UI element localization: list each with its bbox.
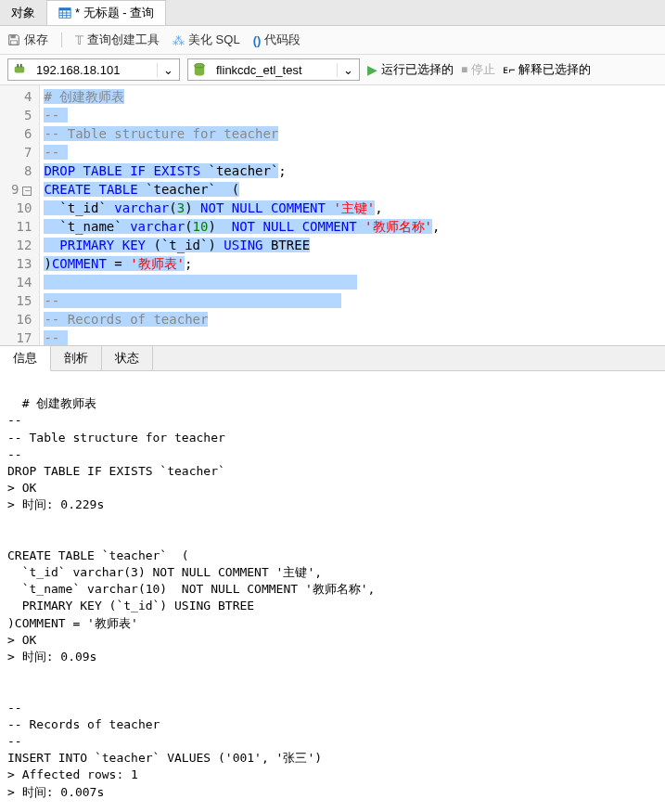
output-tabs: 信息 剖析 状态 [0, 345, 665, 371]
explain-icon: ᴇ⌐ [503, 63, 515, 76]
builder-icon: 𝕋 [75, 33, 83, 47]
stop-button: ■ 停止 [461, 61, 495, 78]
host-dropdown[interactable]: 192.168.18.101 ⌄ [7, 58, 180, 81]
tab-profile[interactable]: 剖析 [51, 346, 102, 370]
tab-status[interactable]: 状态 [102, 346, 153, 370]
database-icon [192, 62, 207, 77]
svg-rect-8 [15, 67, 25, 73]
editor-tabs: 对象 * 无标题 - 查询 [0, 0, 665, 26]
tab-query[interactable]: * 无标题 - 查询 [46, 0, 166, 25]
output-panel: # 创建教师表 -- -- Table structure for teache… [0, 371, 665, 812]
svg-rect-6 [11, 35, 16, 39]
wand-icon: ⁂ [173, 33, 185, 47]
plug-icon [12, 62, 27, 77]
svg-rect-1 [59, 8, 70, 11]
run-selected-button[interactable]: ▶ 运行已选择的 [367, 61, 454, 78]
save-button[interactable]: 保存 [7, 32, 48, 48]
explain-button[interactable]: ᴇ⌐ 解释已选择的 [503, 61, 591, 78]
chevron-down-icon: ⌄ [337, 63, 359, 77]
connection-bar: 192.168.18.101 ⌄ flinkcdc_etl_test ⌄ ▶ 运… [0, 55, 665, 85]
table-icon [58, 6, 71, 19]
svg-rect-7 [11, 41, 18, 45]
play-icon: ▶ [367, 62, 377, 77]
query-builder-button[interactable]: 𝕋 查询创建工具 [75, 32, 160, 48]
toolbar: 保存 𝕋 查询创建工具 ⁂ 美化 SQL () 代码段 [0, 26, 665, 55]
fold-toggle[interactable]: − [22, 187, 32, 196]
stop-icon: ■ [461, 63, 467, 76]
chevron-down-icon: ⌄ [157, 63, 179, 77]
database-dropdown[interactable]: flinkcdc_etl_test ⌄ [187, 58, 360, 81]
save-icon [7, 33, 20, 46]
code-icon: () [253, 33, 262, 47]
tab-info[interactable]: 信息 [0, 346, 51, 371]
code-area[interactable]: # 创建教师表 -- -- Table structure for teache… [40, 85, 665, 345]
snippet-button[interactable]: () 代码段 [253, 32, 301, 48]
sql-editor[interactable]: 4 5 6 7 8 9− 10 11 12 13 14 15 16 17 # 创… [0, 85, 665, 345]
svg-rect-10 [20, 64, 22, 68]
separator [61, 32, 62, 47]
beautify-button[interactable]: ⁂ 美化 SQL [173, 32, 240, 48]
line-gutter: 4 5 6 7 8 9− 10 11 12 13 14 15 16 17 [0, 85, 40, 345]
tab-objects[interactable]: 对象 [0, 0, 46, 25]
svg-rect-9 [17, 64, 19, 68]
